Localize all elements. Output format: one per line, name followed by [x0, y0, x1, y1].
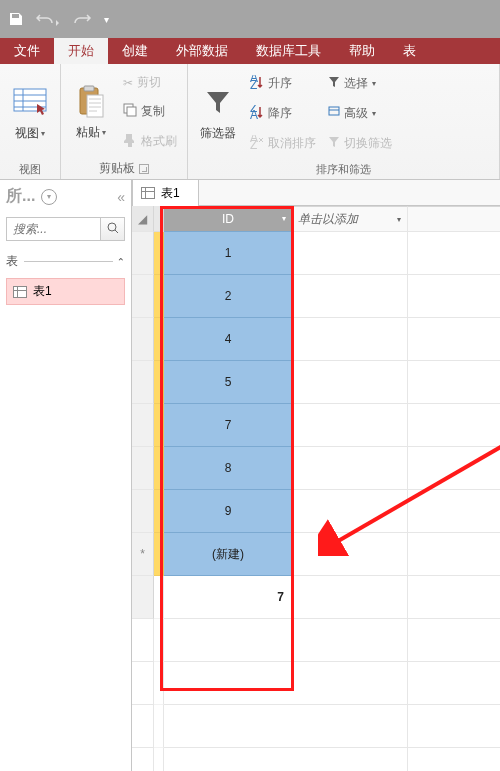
tab-create[interactable]: 创建 — [108, 38, 162, 64]
brush-icon — [123, 133, 137, 150]
navigation-pane: 所... ▾ « 表 ⌄ 表1 — [0, 180, 132, 771]
ribbon-group-label: 视图 — [6, 158, 54, 179]
dialog-launcher-icon[interactable] — [139, 164, 149, 174]
row-selector[interactable] — [132, 447, 154, 490]
cell[interactable]: 5 — [164, 361, 292, 404]
cell[interactable] — [292, 275, 408, 318]
cell[interactable] — [292, 490, 408, 533]
cell[interactable]: 1 — [164, 232, 292, 275]
chevron-down-icon: ▾ — [102, 128, 106, 137]
row-selector[interactable] — [132, 361, 154, 404]
nav-table-item[interactable]: 表1 — [6, 278, 125, 305]
row-selector[interactable] — [132, 318, 154, 361]
row-selector[interactable] — [132, 576, 154, 619]
chevron-up-icon: ⌄ — [117, 256, 125, 267]
new-row-cell[interactable]: (新建) — [164, 533, 292, 576]
column-header-id[interactable]: ID ▾ — [164, 206, 292, 232]
document-tab[interactable]: 表1 — [132, 179, 199, 206]
ribbon-group-label: 排序和筛选 — [194, 158, 493, 179]
cut-label: 剪切 — [137, 74, 161, 91]
cell[interactable]: 4 — [164, 318, 292, 361]
nav-menu-icon[interactable]: ▾ — [41, 189, 57, 205]
funnel-toggle-icon — [328, 136, 340, 151]
ribbon-group-view: 视图▾ 视图 — [0, 64, 61, 179]
cell[interactable] — [292, 318, 408, 361]
redo-icon[interactable] — [72, 11, 96, 27]
cell[interactable] — [292, 533, 408, 576]
search-icon — [107, 222, 119, 237]
select-all-cell[interactable]: ◢ — [132, 206, 154, 232]
format-painter-button[interactable]: 格式刷 — [119, 131, 181, 152]
table-icon — [141, 187, 155, 199]
clear-sort-button[interactable]: AZ 取消排序 — [246, 133, 320, 154]
search-button[interactable] — [100, 218, 124, 240]
toggle-filter-button[interactable]: 切换筛选 — [324, 133, 396, 154]
tab-home[interactable]: 开始 — [54, 38, 108, 64]
tab-file[interactable]: 文件 — [0, 38, 54, 64]
row-selector[interactable] — [132, 490, 154, 533]
row-selector[interactable] — [132, 404, 154, 447]
row-selector[interactable] — [132, 232, 154, 275]
svg-point-13 — [108, 223, 116, 231]
search-input[interactable] — [7, 222, 100, 236]
svg-text:Z: Z — [250, 138, 257, 149]
cell[interactable] — [292, 232, 408, 275]
cut-button[interactable]: ✂ 剪切 — [119, 72, 181, 93]
funnel-small-icon — [328, 76, 340, 91]
svg-text:Z: Z — [250, 78, 257, 89]
paste-button[interactable]: 粘贴▾ — [67, 68, 115, 156]
copy-button[interactable]: 复制 — [119, 101, 181, 122]
quick-access-toolbar: ▾ — [0, 0, 500, 38]
cell[interactable] — [292, 447, 408, 490]
cell[interactable]: 9 — [164, 490, 292, 533]
format-painter-label: 格式刷 — [141, 133, 177, 150]
selection-button[interactable]: 选择 ▾ — [324, 73, 396, 94]
tab-external-data[interactable]: 外部数据 — [162, 38, 242, 64]
sort-asc-label: 升序 — [268, 75, 292, 92]
filter-settings-icon — [328, 106, 340, 121]
nav-section-label: 表 — [6, 253, 18, 270]
save-icon[interactable] — [8, 11, 24, 27]
chevron-down-icon: ▾ — [397, 215, 401, 224]
totals-cell[interactable]: 7 — [164, 576, 292, 619]
tab-database-tools[interactable]: 数据库工具 — [242, 38, 335, 64]
column-dropdown-icon[interactable]: ▾ — [282, 214, 286, 223]
row-selector[interactable] — [132, 275, 154, 318]
datasheet-view-icon — [12, 85, 48, 121]
svg-rect-12 — [329, 107, 339, 115]
customize-qat-icon[interactable]: ▾ — [104, 14, 109, 25]
new-row-selector[interactable]: * — [132, 533, 154, 576]
cell[interactable] — [292, 576, 408, 619]
add-column-label: 单击以添加 — [298, 211, 358, 228]
cell[interactable]: 8 — [164, 447, 292, 490]
sort-desc-button[interactable]: ZA 降序 — [246, 103, 320, 124]
view-button-label: 视图 — [15, 125, 39, 142]
svg-text:A: A — [250, 108, 258, 119]
sort-asc-icon: AZ — [250, 75, 264, 92]
filter-button[interactable]: 筛选器 — [194, 68, 242, 158]
cell[interactable]: 2 — [164, 275, 292, 318]
tab-table[interactable]: 表 — [389, 38, 430, 64]
ribbon-group-sort-filter: 筛选器 AZ 升序 ZA 降序 AZ 取消排序 选择 — [188, 64, 500, 179]
advanced-filter-button[interactable]: 高级 ▾ — [324, 103, 396, 124]
cell[interactable] — [292, 404, 408, 447]
workspace: 所... ▾ « 表 ⌄ 表1 表1 — [0, 180, 500, 771]
view-button[interactable]: 视图▾ — [6, 68, 54, 158]
nav-header[interactable]: 所... ▾ « — [6, 186, 125, 207]
toggle-filter-label: 切换筛选 — [344, 135, 392, 152]
cell[interactable] — [292, 361, 408, 404]
ribbon-group-label: 剪贴板 — [99, 160, 135, 177]
collapse-pane-icon[interactable]: « — [117, 189, 125, 205]
document-tabs: 表1 — [132, 180, 500, 206]
clipboard-icon — [73, 84, 109, 120]
add-column-header[interactable]: 单击以添加 ▾ — [292, 206, 408, 232]
filter-button-label: 筛选器 — [200, 125, 236, 142]
undo-icon[interactable] — [36, 11, 60, 27]
document-tab-label: 表1 — [161, 185, 180, 202]
nav-search — [6, 217, 125, 241]
cell[interactable]: 7 — [164, 404, 292, 447]
tab-help[interactable]: 帮助 — [335, 38, 389, 64]
sort-asc-button[interactable]: AZ 升序 — [246, 73, 320, 94]
column-header-label: ID — [222, 212, 234, 226]
nav-section-tables[interactable]: 表 ⌄ — [6, 253, 125, 270]
